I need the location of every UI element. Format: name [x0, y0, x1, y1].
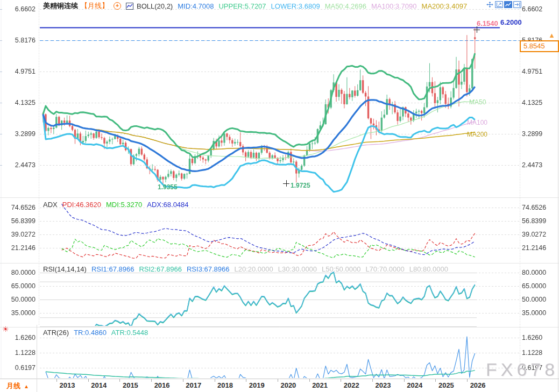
atr-legend: ATR(26) TR:0.4860 ATR:0.5448 — [43, 328, 148, 337]
rsi-y-axis-label-left: 80.0000 — [0, 269, 36, 276]
atr-y-axis-label-right: 1.1228 — [522, 349, 542, 357]
adx-y-axis-label-right: 56.8399 — [522, 217, 546, 225]
chart-window: 美精铜连续 【月线】 + BOLL(20,2) MID:4.7008 UPPER… — [0, 0, 559, 392]
main-y-axis-label-right: 2.4473 — [522, 161, 542, 169]
price-up-arrow-icon: ▲ — [548, 31, 555, 39]
boll-upper-value: UPPER:5.7207 — [218, 2, 266, 10]
atr-y-axis-label-left: 1.1228 — [0, 349, 36, 357]
adx-title: ADX — [43, 201, 58, 209]
ma100-line-label: MA100 — [467, 119, 487, 126]
adx-y-axis-label-right: 21.2146 — [522, 244, 546, 252]
add-indicator-icon[interactable]: + — [114, 2, 121, 10]
rsi-y-axis-label-right: 50.0000 — [522, 296, 546, 303]
boll-indicator-icon — [126, 3, 133, 10]
atr-title: ATR(26) — [43, 329, 69, 337]
atr-y-axis-label-left: 1.6260 — [0, 334, 36, 341]
rsi-legend: RSI(14,14,14) RSI1:67.8966 RSI2:67.8966 … — [43, 265, 448, 273]
adx-value: ADX:68.0484 — [147, 201, 188, 209]
boll-lower-value: LOWER:3.6809 — [271, 2, 320, 10]
ma50-value: MA50:4.2696 — [325, 2, 366, 10]
move-icon[interactable] — [486, 1, 494, 8]
main-y-axis-label-left: 5.8176 — [0, 37, 36, 44]
main-legend: 美精铜连续 【月线】 + BOLL(20,2) MID:4.7008 UPPER… — [43, 2, 467, 10]
boll-mid-value: MID:4.7008 — [178, 2, 214, 10]
main-y-axis-label-left: 4.9751 — [0, 68, 36, 75]
period-tag: 【月线】 — [81, 1, 109, 11]
rsi2-value: RSI2:67.8966 — [139, 265, 182, 273]
rsi-y-axis-label-right: 65.0000 — [522, 282, 546, 290]
main-y-axis-label-left: 4.1325 — [0, 99, 36, 106]
ma200-line-label: MA200 — [467, 131, 487, 138]
adx-y-axis-label-right: 39.0272 — [522, 231, 546, 238]
low-2020-label: 1.9725 — [291, 182, 310, 189]
mdi-value: MDI:5.3270 — [106, 201, 142, 209]
rsi-title: RSI(14,14,14) — [43, 265, 87, 273]
low-2016-label: 1.9355 — [158, 183, 178, 191]
ma50-line-label: MA50 — [469, 98, 486, 106]
rsi-y-axis-label-left: 35.0000 — [0, 309, 36, 317]
rsi-y-axis-label-left: 65.0000 — [0, 282, 36, 290]
pdi-value: PDI:46.3620 — [62, 201, 101, 209]
rsi-l50-label: L50:50.0000 — [322, 265, 360, 273]
main-y-axis-label-right: 3.2899 — [522, 130, 542, 138]
rsi-l20-label: L20:20.0000 — [234, 265, 273, 273]
ma100-value: MA100:3.7090 — [371, 2, 417, 10]
watermark: FX678 — [486, 359, 558, 380]
main-y-axis-label-left: 6.6602 — [0, 5, 36, 13]
rsi3-value: RSI3:67.8966 — [187, 265, 230, 273]
chart-toolbar — [486, 1, 521, 8]
adx-y-axis-label-left: 74.6526 — [0, 204, 36, 211]
rsi-l30-label: L30:30.0000 — [278, 265, 317, 273]
adx-y-axis-label-right: 74.6526 — [522, 204, 546, 211]
rsi1-value: RSI1:67.8966 — [91, 265, 135, 273]
pan-right-icon[interactable] — [513, 1, 521, 8]
main-y-axis-label-right: 6.6602 — [522, 5, 542, 13]
period-label: 月线 — [6, 382, 20, 390]
rsi-y-axis-label-left: 50.0000 — [0, 296, 36, 303]
period-selector[interactable]: 月线▲ — [6, 381, 29, 391]
adx-y-axis-label-left: 56.8399 — [0, 217, 36, 225]
axis-scale-icon[interactable] — [495, 1, 503, 8]
period-dropdown-arrow-icon: ▲ — [24, 383, 29, 389]
swing-high-label: 6.1540 — [477, 19, 498, 27]
rsi-l80-label: L80:80.0000 — [409, 265, 448, 273]
atr-y-axis-label-left: 0.6197 — [0, 364, 36, 372]
rsi-y-axis-label-right: 35.0000 — [522, 309, 546, 317]
boll-label: BOLL(20,2) — [137, 2, 173, 10]
current-price-tag: 5.8545 — [520, 40, 559, 52]
adx-legend: ADX PDI:46.3620 MDI:5.3270 ADX:68.0484 — [43, 200, 189, 209]
main-y-axis-label-right: 4.1325 — [522, 99, 542, 106]
rsi-y-axis-label-right: 80.0000 — [522, 269, 546, 276]
tr-value: TR:0.4860 — [74, 329, 107, 337]
symbol-title: 美精铜连续 — [43, 1, 78, 11]
resistance-level-label: 6.2000 — [500, 18, 522, 26]
atr-value: ATR:0.5448 — [111, 329, 148, 337]
indicator-settings-icon[interactable]: ☀ — [2, 325, 9, 333]
main-y-axis-label-left: 3.2899 — [0, 130, 36, 138]
adx-y-axis-label-left: 39.0272 — [0, 231, 36, 238]
adx-y-axis-label-left: 21.2146 — [0, 244, 36, 252]
atr-y-axis-label-right: 1.6260 — [522, 334, 542, 341]
ma200-value: MA200:3.4097 — [422, 2, 468, 10]
rsi-l70-label: L70:70.0000 — [365, 265, 404, 273]
main-y-axis-label-right: 4.9751 — [522, 68, 542, 75]
main-y-axis-label-left: 2.4473 — [0, 161, 36, 169]
chart-zoom-icon[interactable] — [504, 1, 512, 8]
